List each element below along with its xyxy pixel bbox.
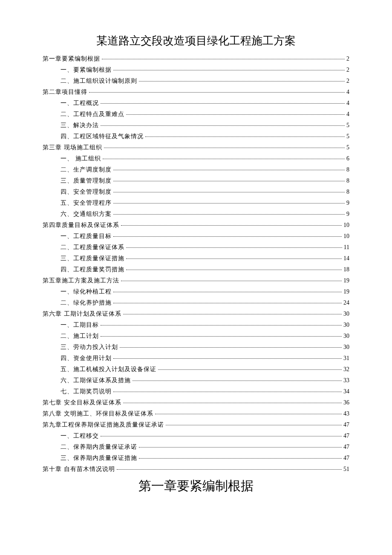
toc-entry-page: 2 [346, 56, 349, 62]
toc-entry-page: 32 [343, 366, 349, 372]
toc-entry[interactable]: 五、安全管理程序9 [43, 200, 349, 206]
toc-entry-label: 三、工程质量保证措施 [61, 256, 124, 262]
table-of-contents: 第一章要紧编制根据2一、要紧编制根据2二、施工组织设计编制原则2第二章项目懂得4… [43, 56, 349, 472]
toc-entry-label: 一、工期目标 [61, 322, 99, 328]
toc-entry[interactable]: 二、施工计划30 [43, 333, 349, 339]
chapter-heading: 第一章要紧编制根据 [43, 477, 349, 495]
document-page: 某道路立交段改造项目绿化工程施工方案 第一章要紧编制根据2一、要紧编制根据2二、… [0, 0, 392, 512]
toc-entry-label: 六、工期保证体系及措施 [61, 378, 131, 384]
toc-leader-dots [139, 458, 342, 459]
toc-entry[interactable]: 一、工程质量目标10 [43, 233, 349, 239]
toc-entry[interactable]: 三、保养期内质量保证措施47 [43, 455, 349, 461]
toc-entry[interactable]: 二、工程特点及重难点4 [43, 111, 349, 117]
toc-entry[interactable]: 第七章 安全目标及保证体系36 [43, 400, 349, 406]
toc-entry[interactable]: 二、施工组织设计编制原则2 [43, 78, 349, 84]
toc-entry-page: 2 [346, 78, 349, 84]
toc-entry[interactable]: 四、工程区域特征及气象情况5 [43, 134, 349, 139]
toc-entry[interactable]: 六、工期保证体系及措施33 [43, 378, 349, 384]
toc-entry[interactable]: 一、工程概况4 [43, 100, 349, 106]
toc-entry-page: 8 [346, 189, 349, 195]
toc-entry-label: 二、绿化养护措施 [61, 300, 112, 306]
toc-entry[interactable]: 一、工程移交47 [43, 433, 349, 439]
toc-entry-label: 第一章要紧编制根据 [43, 56, 100, 62]
toc-entry-label: 二、施工组织设计编制原则 [61, 78, 137, 84]
toc-leader-dots [123, 314, 342, 314]
toc-entry[interactable]: 六、交通组织方案9 [43, 211, 349, 217]
toc-leader-dots [126, 114, 345, 115]
toc-entry[interactable]: 第五章施工方案及施工方法19 [43, 278, 349, 284]
toc-leader-dots [121, 281, 342, 281]
toc-entry-label: 一、工程移交 [61, 433, 99, 439]
toc-entry[interactable]: 三、工程质量保证措施14 [43, 256, 349, 262]
toc-leader-dots [123, 403, 342, 403]
toc-entry-label: 五、施工机械投入计划及设备保证 [61, 366, 156, 372]
toc-leader-dots [101, 336, 342, 337]
toc-entry[interactable]: 第十章 自有苗木情况说明51 [43, 466, 349, 472]
toc-entry-page: 30 [343, 311, 349, 317]
toc-leader-dots [133, 381, 342, 381]
toc-entry-page: 6 [346, 156, 349, 162]
toc-entry-label: 二、保养期内质量保证承诺 [61, 444, 137, 450]
toc-entry[interactable]: 二、工程质量保证体系11 [43, 244, 349, 250]
toc-leader-dots [158, 369, 342, 370]
toc-leader-dots [113, 70, 345, 70]
toc-entry[interactable]: 第四章质量目标及保证体系10 [43, 222, 349, 228]
toc-entry[interactable]: 第一章要紧编制根据2 [43, 56, 349, 62]
toc-entry-page: 5 [346, 122, 349, 128]
toc-entry-label: 三、解决办法 [61, 122, 99, 128]
toc-entry[interactable]: 二、绿化养护措施24 [43, 300, 349, 306]
toc-entry[interactable]: 四、资金使用计划31 [43, 355, 349, 361]
toc-entry-page: 19 [343, 278, 349, 284]
toc-entry[interactable]: 三、劳动力投入计划30 [43, 344, 349, 350]
toc-entry[interactable]: 一、 施工组织6 [43, 156, 349, 162]
toc-entry-page: 2 [346, 67, 349, 73]
toc-entry-label: 一、绿化种植工程 [61, 289, 112, 295]
toc-entry[interactable]: 一、工期目标30 [43, 322, 349, 328]
toc-entry-page: 47 [343, 422, 349, 428]
toc-entry[interactable]: 一、绿化种植工程19 [43, 289, 349, 295]
toc-entry-page: 51 [343, 466, 349, 472]
toc-entry-page: 34 [343, 389, 349, 395]
toc-entry[interactable]: 四、安全管理制度8 [43, 189, 349, 195]
toc-entry-label: 三、保养期内质量保证措施 [61, 455, 137, 461]
toc-entry[interactable]: 二、生产调度制度8 [43, 167, 349, 173]
toc-leader-dots [139, 81, 345, 81]
toc-entry-label: 二、工程特点及重难点 [61, 111, 124, 117]
toc-entry[interactable]: 第六章 工期计划及保证体系30 [43, 311, 349, 317]
toc-leader-dots [113, 214, 345, 215]
toc-entry-page: 24 [343, 300, 349, 306]
toc-entry-page: 11 [344, 244, 349, 250]
toc-entry-page: 30 [343, 344, 349, 350]
toc-entry-label: 五、安全管理程序 [61, 200, 112, 206]
toc-entry[interactable]: 二、保养期内质量保证承诺47 [43, 444, 349, 450]
toc-entry-label: 三、劳动力投入计划 [61, 344, 118, 350]
toc-entry[interactable]: 五、施工机械投入计划及设备保证32 [43, 366, 349, 372]
toc-entry[interactable]: 七、工期奖罚说明34 [43, 389, 349, 395]
toc-entry[interactable]: 第三章 现场施工组织5 [43, 145, 349, 151]
toc-entry[interactable]: 第二章项目懂得4 [43, 89, 349, 95]
toc-entry-label: 第十章 自有苗木情况说明 [43, 466, 115, 472]
toc-leader-dots [113, 181, 345, 181]
toc-entry-page: 8 [346, 178, 349, 184]
document-title: 某道路立交段改造项目绿化工程施工方案 [43, 33, 349, 48]
toc-entry-label: 三、质量管理制度 [61, 178, 112, 184]
toc-entry-label: 第七章 安全目标及保证体系 [43, 400, 121, 406]
toc-entry-page: 18 [343, 267, 349, 273]
toc-leader-dots [103, 159, 345, 159]
toc-leader-dots [89, 92, 345, 93]
toc-entry-label: 四、安全管理制度 [61, 189, 112, 195]
toc-entry[interactable]: 第八章 文明施工、环保目标及保证体系43 [43, 411, 349, 417]
toc-entry[interactable]: 三、解决办法5 [43, 122, 349, 128]
toc-entry-label: 第二章项目懂得 [43, 89, 87, 95]
toc-entry[interactable]: 三、质量管理制度8 [43, 178, 349, 184]
toc-entry-page: 43 [343, 411, 349, 417]
toc-entry[interactable]: 第九章工程保养期保证措施及质量保证承诺47 [43, 422, 349, 428]
toc-entry[interactable]: 四、工程质量奖罚措施18 [43, 267, 349, 273]
toc-entry-page: 19 [343, 289, 349, 295]
toc-entry-page: 9 [346, 200, 349, 206]
toc-entry[interactable]: 一、要紧编制根据2 [43, 67, 349, 73]
toc-entry-label: 一、工程概况 [61, 100, 99, 106]
toc-entry-page: 9 [346, 211, 349, 217]
toc-entry-label: 第九章工程保养期保证措施及质量保证承诺 [43, 422, 164, 428]
toc-entry-page: 5 [346, 145, 349, 151]
